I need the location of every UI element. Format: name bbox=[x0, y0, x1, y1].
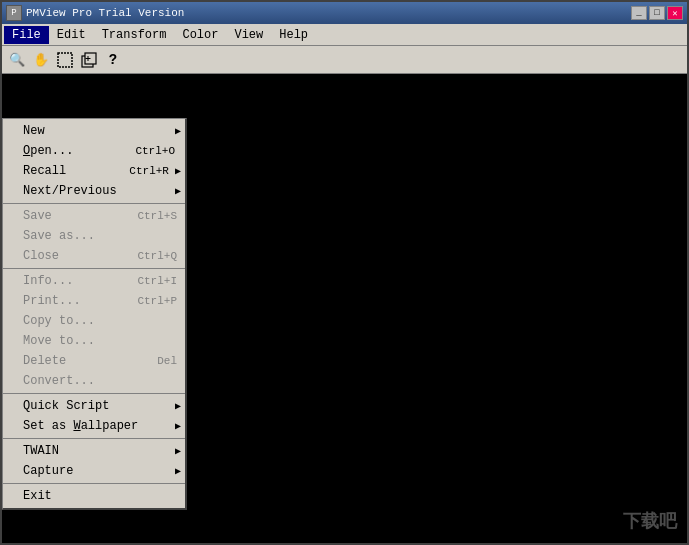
menu-close: Close Ctrl+Q bbox=[3, 246, 185, 266]
menu-twain[interactable]: TWAIN ▶ bbox=[3, 441, 185, 461]
title-bar-buttons: _ □ ✕ bbox=[631, 6, 683, 20]
menu-transform[interactable]: Transform bbox=[94, 26, 175, 44]
menu-file[interactable]: File bbox=[4, 26, 49, 44]
menu-recall[interactable]: Recall Ctrl+R ▶ bbox=[3, 161, 185, 181]
menu-open[interactable]: Open... Ctrl+O bbox=[3, 141, 185, 161]
separator-5 bbox=[3, 483, 185, 484]
menu-exit[interactable]: Exit bbox=[3, 486, 185, 506]
menu-bar: File Edit Transform Color View Help bbox=[2, 24, 687, 46]
search-tool-button[interactable]: 🔍 bbox=[6, 49, 28, 71]
menu-view[interactable]: View bbox=[226, 26, 271, 44]
menu-save: Save Ctrl+S bbox=[3, 206, 185, 226]
title-bar: P PMView Pro Trial Version _ □ ✕ bbox=[2, 2, 687, 24]
menu-set-wallpaper[interactable]: Set as Wallpaper ▶ bbox=[3, 416, 185, 436]
content-area: New ▶ Open... Ctrl+O Recall Ctrl+R ▶ Nex… bbox=[2, 74, 687, 543]
title-bar-text: PMView Pro Trial Version bbox=[26, 7, 627, 19]
app-icon: P bbox=[6, 5, 22, 21]
menu-save-as: Save as... bbox=[3, 226, 185, 246]
toolbar: 🔍 ✋ ? bbox=[2, 46, 687, 74]
app-window: P PMView Pro Trial Version _ □ ✕ File Ed… bbox=[0, 0, 689, 545]
menu-convert: Convert... bbox=[3, 371, 185, 391]
separator-1 bbox=[3, 203, 185, 204]
menu-move-to: Move to... bbox=[3, 331, 185, 351]
close-button[interactable]: ✕ bbox=[667, 6, 683, 20]
separator-2 bbox=[3, 268, 185, 269]
menu-edit[interactable]: Edit bbox=[49, 26, 94, 44]
menu-delete: Delete Del bbox=[3, 351, 185, 371]
separator-3 bbox=[3, 393, 185, 394]
menu-quick-script[interactable]: Quick Script ▶ bbox=[3, 396, 185, 416]
svg-rect-0 bbox=[58, 53, 72, 67]
copy-view-button[interactable] bbox=[78, 49, 100, 71]
menu-capture[interactable]: Capture ▶ bbox=[3, 461, 185, 481]
menu-help[interactable]: Help bbox=[271, 26, 316, 44]
menu-info: Info... Ctrl+I bbox=[3, 271, 185, 291]
menu-new[interactable]: New ▶ bbox=[3, 121, 185, 141]
minimize-button[interactable]: _ bbox=[631, 6, 647, 20]
hand-tool-button[interactable]: ✋ bbox=[30, 49, 52, 71]
select-tool-button[interactable] bbox=[54, 49, 76, 71]
menu-color[interactable]: Color bbox=[174, 26, 226, 44]
file-dropdown-menu: New ▶ Open... Ctrl+O Recall Ctrl+R ▶ Nex… bbox=[2, 118, 187, 510]
menu-print: Print... Ctrl+P bbox=[3, 291, 185, 311]
menu-copy-to: Copy to... bbox=[3, 311, 185, 331]
separator-4 bbox=[3, 438, 185, 439]
maximize-button[interactable]: □ bbox=[649, 6, 665, 20]
menu-next-previous[interactable]: Next/Previous ▶ bbox=[3, 181, 185, 201]
watermark: 下载吧 bbox=[623, 509, 677, 533]
help-button[interactable]: ? bbox=[102, 49, 124, 71]
